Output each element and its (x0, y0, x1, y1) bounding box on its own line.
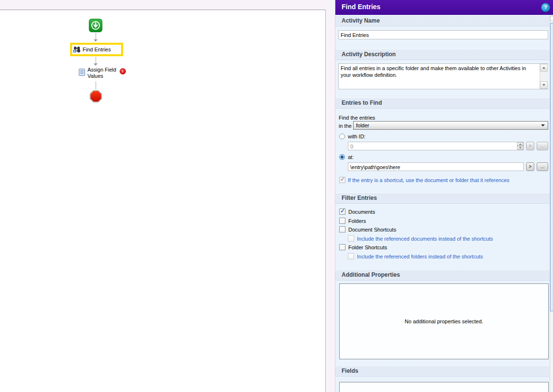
chevron-down-icon (541, 124, 545, 126)
at-label: at: (348, 154, 354, 160)
filter-folders-checkbox[interactable] (339, 218, 345, 224)
id-browse-button[interactable]: ... (537, 142, 548, 150)
description-scrollbar[interactable] (540, 64, 548, 89)
path-token-button[interactable]: > (526, 162, 534, 171)
connector-line (96, 33, 96, 39)
additional-properties-box[interactable]: No additional properties selected. (339, 283, 549, 359)
no-properties-text: No additional properties selected. (340, 318, 548, 324)
activity-node-assign-field-values[interactable]: Assign Field Values ! (79, 67, 126, 79)
workflow-end-icon (89, 90, 102, 103)
workflow-designer-window: Find Entries Assign Field Values ! (0, 0, 553, 392)
section-header-entries-to-find: Entries to Find (335, 98, 550, 109)
section-header-filter-entries: Filter Entries (335, 193, 550, 204)
connector-arrow-icon (94, 39, 98, 42)
workflow-start-node[interactable] (89, 19, 102, 32)
id-spinner[interactable] (517, 142, 523, 150)
spinner-up-icon[interactable] (517, 142, 523, 146)
section-header-activity-description: Activity Description (335, 49, 550, 60)
filter-documents-label: Documents (348, 209, 375, 215)
connector-line (96, 81, 96, 89)
scope-dropdown[interactable]: folder (353, 121, 548, 130)
activity-description-textarea[interactable]: Find all entries in a specific folder an… (338, 63, 548, 89)
find-the-entries-label: Find the entries (339, 115, 375, 121)
filter-folders-label: Folders (348, 218, 366, 224)
section-header-additional-properties: Additional Properties (335, 270, 550, 281)
workflow-canvas[interactable]: Find Entries Assign Field Values ! (0, 10, 326, 392)
entry-path-input[interactable]: \entry\path\goes\here (348, 162, 524, 171)
fields-box[interactable] (339, 382, 549, 392)
shortcut-reference-checkbox[interactable] (339, 177, 345, 183)
filter-folder-shortcuts-label: Folder Shortcuts (348, 245, 387, 250)
panel-scrollbar-thumb[interactable] (550, 23, 553, 311)
with-id-label: with ID: (348, 134, 366, 139)
include-referenced-folders-checkbox[interactable] (348, 253, 354, 259)
section-header-activity-name: Activity Name (335, 15, 550, 26)
help-icon[interactable]: ? (541, 3, 550, 12)
shortcut-reference-label: If the entry is a shortcut, use the docu… (348, 177, 509, 183)
filter-document-shortcuts-checkbox[interactable] (339, 226, 345, 233)
panel-scroll-up-button[interactable] (550, 16, 553, 21)
path-browse-button[interactable]: ... (537, 162, 548, 171)
filter-folder-shortcuts-checkbox[interactable] (339, 244, 345, 250)
entry-id-input[interactable]: 0 (348, 142, 524, 150)
node-label: Find Entries (83, 47, 111, 52)
error-badge-icon: ! (120, 68, 126, 74)
workflow-end-node[interactable] (89, 90, 102, 103)
node-label: Assign Field Values (87, 67, 117, 79)
binoculars-icon (73, 46, 81, 53)
include-referenced-documents-label: Include the referenced documents instead… (357, 236, 493, 242)
in-the-label: in the (339, 123, 352, 129)
include-referenced-folders-label: Include the referenced folders instead o… (357, 254, 483, 259)
activity-properties-panel: Find Entries ? Activity Name Find Entrie… (335, 0, 553, 392)
at-path-radio[interactable] (339, 154, 345, 160)
with-id-radio[interactable] (339, 134, 345, 139)
activity-node-find-entries[interactable]: Find Entries (70, 43, 123, 56)
spinner-down-icon[interactable] (517, 146, 523, 150)
include-referenced-documents-checkbox[interactable] (348, 235, 354, 242)
id-token-button[interactable]: > (526, 142, 534, 150)
filter-documents-checkbox[interactable] (339, 208, 345, 215)
section-header-fields: Fields (335, 366, 550, 377)
panel-title: Find Entries (342, 3, 381, 11)
activity-name-input[interactable]: Find Entries (338, 30, 548, 39)
scope-dropdown-value: folder (354, 122, 541, 128)
scroll-down-icon[interactable] (540, 81, 548, 89)
scroll-up-icon[interactable] (540, 64, 548, 72)
panel-header: Find Entries ? (335, 0, 553, 15)
connector-line (96, 57, 96, 63)
assign-field-values-icon (79, 69, 85, 76)
workflow-start-icon (89, 19, 102, 32)
filter-document-shortcuts-label: Document Shortcuts (348, 227, 396, 233)
connector-arrow-icon (94, 63, 98, 66)
